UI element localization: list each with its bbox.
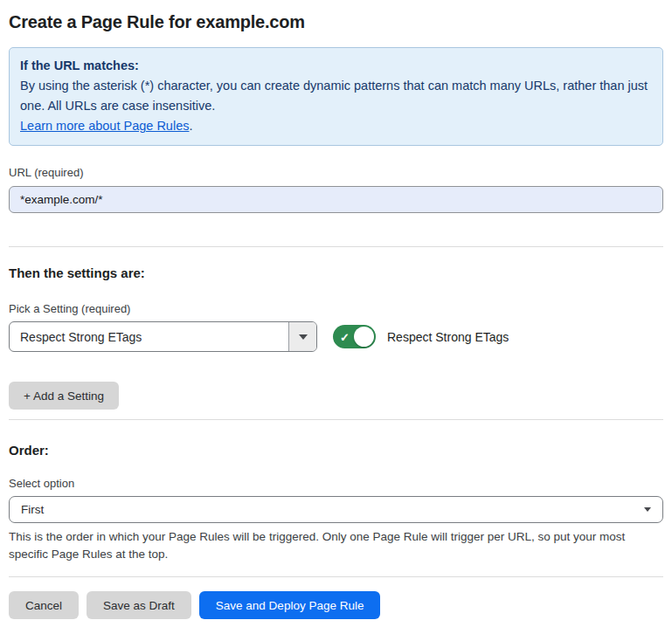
order-section-heading: Order: <box>9 443 663 458</box>
footer-actions: Cancel Save as Draft Save and Deploy Pag… <box>9 591 663 619</box>
info-box-heading: If the URL matches: <box>20 56 652 76</box>
setting-dropdown-value: Respect Strong ETags <box>10 322 288 351</box>
settings-section-heading: Then the settings are: <box>9 265 663 281</box>
pick-setting-label: Pick a Setting (required) <box>9 302 663 316</box>
setting-dropdown[interactable]: Respect Strong ETags <box>9 321 317 352</box>
chevron-down-icon <box>644 507 651 512</box>
order-select-value: First <box>21 503 44 516</box>
section-divider <box>9 419 663 420</box>
create-page-rule-form: Create a Page Rule for example.com If th… <box>0 0 672 619</box>
link-period: . <box>189 119 192 133</box>
url-match-info-box: If the URL matches: By using the asteris… <box>9 47 663 146</box>
order-select[interactable]: First <box>9 496 663 523</box>
toggle-label: Respect Strong ETags <box>387 330 509 344</box>
info-box-body: By using the asterisk (*) character, you… <box>20 76 652 116</box>
order-description: This is the order in which your Page Rul… <box>9 528 663 563</box>
toggle-knob <box>354 327 374 347</box>
setting-dropdown-arrow-button[interactable] <box>288 322 316 351</box>
save-deploy-button[interactable]: Save and Deploy Page Rule <box>199 591 381 619</box>
chevron-down-icon <box>299 334 308 340</box>
section-divider <box>9 246 663 247</box>
cancel-button[interactable]: Cancel <box>9 591 79 619</box>
etags-toggle[interactable]: ✓ <box>333 325 376 348</box>
info-box-link-row: Learn more about Page Rules. <box>20 116 652 136</box>
url-label: URL (required) <box>9 166 663 180</box>
setting-row: Respect Strong ETags ✓ Respect Strong ET… <box>9 321 663 352</box>
add-setting-button[interactable]: + Add a Setting <box>9 382 119 410</box>
learn-more-link[interactable]: Learn more about Page Rules <box>20 119 189 133</box>
order-select-label: Select option <box>9 477 663 491</box>
save-draft-button[interactable]: Save as Draft <box>87 591 191 619</box>
check-icon: ✓ <box>340 331 350 342</box>
page-title: Create a Page Rule for example.com <box>9 12 663 32</box>
footer-divider <box>9 576 663 577</box>
url-input[interactable] <box>9 186 663 213</box>
